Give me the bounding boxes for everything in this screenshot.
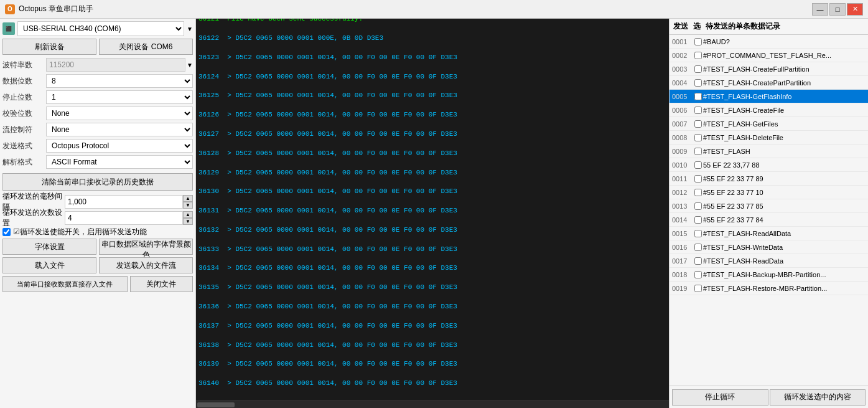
load-file-button[interactable]: 载入文件 [2, 257, 96, 273]
loop-count-down-button[interactable]: ▼ [183, 218, 193, 225]
port-dropdown-icon[interactable]: ▼ [187, 26, 193, 32]
minimize-button[interactable]: — [812, 3, 828, 16]
select-label: 选 [693, 21, 701, 32]
data-bits-select[interactable]: 8 [46, 74, 193, 88]
send-item-text: #PROT_COMMAND_TEST_FLASH_Re... [703, 52, 866, 59]
font-color-row: 字体设置 串口数据区域的字体背景颜色 [2, 239, 193, 255]
send-list-item[interactable]: 0017#TEST_FLASH-ReadData [670, 254, 868, 268]
send-item-text: #TEST_FLASH-CreatePartPartition [703, 79, 866, 87]
loop-interval-up-button[interactable]: ▲ [183, 195, 193, 202]
flow-control-select[interactable]: None [46, 123, 193, 136]
refresh-device-button[interactable]: 刷新设备 [2, 39, 96, 55]
close-device-button[interactable]: 关闭设备 COM6 [99, 39, 193, 55]
send-item-text: #TEST_FLASH-DeleteFile [703, 134, 866, 141]
send-list-item[interactable]: 0007#TEST_FLASH-GetFiles [670, 117, 868, 131]
send-item-checkbox[interactable] [693, 134, 703, 141]
send-item-checkbox[interactable] [693, 93, 703, 100]
send-item-text: #55 EF 22 33 77 10 [703, 189, 866, 196]
send-list-item[interactable]: 0004#TEST_FLASH-CreatePartPartition [670, 76, 868, 90]
maximize-button[interactable]: □ [829, 3, 846, 16]
file-row: 载入文件 发送载入的文件流 [2, 257, 193, 273]
send-list-item[interactable]: 0019#TEST_FLASH-Restore-MBR-Partition... [670, 282, 868, 295]
send-list-item[interactable]: 0002#PROT_COMMAND_TEST_FLASH_Re... [670, 49, 868, 62]
pending-label: 待发送的单条数据记录 [706, 21, 780, 32]
send-item-checkbox[interactable] [693, 120, 703, 128]
send-list-item[interactable]: 0001#BAUD? [670, 35, 868, 49]
send-file-button[interactable]: 发送载入的文件流 [99, 257, 193, 273]
loop-interval-spinner: ▲ ▼ [183, 195, 193, 209]
send-item-number: 0009 [672, 148, 693, 155]
stop-bits-label: 停止位数 [2, 92, 46, 103]
parse-format-select[interactable]: ASCII Format [46, 155, 193, 169]
send-item-text: #TEST_FLASH-GetFiles [703, 120, 866, 128]
loop-enable-checkbox[interactable] [2, 228, 11, 236]
send-item-text: #55 EF 22 33 77 85 [703, 202, 866, 210]
send-item-text: #55 EF 22 33 77 84 [703, 216, 866, 224]
send-item-checkbox[interactable] [693, 52, 703, 59]
send-list-item[interactable]: 0008#TEST_FLASH-DeleteFile [670, 131, 868, 145]
send-list-item[interactable]: 0003#TEST_FLASH-CreateFullPartition [670, 62, 868, 76]
send-item-checkbox[interactable] [693, 216, 703, 224]
send-item-number: 0018 [672, 271, 693, 278]
send-list-item[interactable]: 0009#TEST_FLASH [670, 145, 868, 158]
send-item-checkbox[interactable] [693, 257, 703, 265]
send-format-select[interactable]: Octopus Protocol [46, 139, 193, 153]
loop-interval-input[interactable] [65, 195, 183, 209]
send-item-checkbox[interactable] [693, 230, 703, 237]
send-list-item[interactable]: 0011#55 EF 22 33 77 89 [670, 172, 868, 186]
stop-bits-row: 停止位数 1 [2, 90, 193, 105]
stop-bits-select[interactable]: 1 [46, 90, 193, 104]
send-list-item[interactable]: 0006#TEST_FLASH-CreateFile [670, 103, 868, 117]
parity-select[interactable]: None [46, 107, 193, 120]
send-list-item[interactable]: 0005#TEST_FLASH-GetFlashInfo [670, 90, 868, 103]
send-item-checkbox[interactable] [693, 175, 703, 183]
save-to-file-button[interactable]: 当前串口接收数据直接存入文件 [2, 276, 128, 292]
right-bottom-row: 停止循环 循环发送选中的内容 [670, 386, 868, 408]
send-item-number: 0019 [672, 285, 693, 292]
device-control-row: 刷新设备 关闭设备 COM6 [2, 39, 193, 55]
send-list-item[interactable]: 0016#TEST_FLASH-WriteData [670, 240, 868, 254]
data-bits-row: 数据位数 8 [2, 74, 193, 88]
font-settings-button[interactable]: 字体设置 [2, 239, 96, 255]
send-item-checkbox[interactable] [693, 65, 703, 73]
send-item-checkbox[interactable] [693, 244, 703, 251]
loop-count-up-button[interactable]: ▲ [183, 211, 193, 218]
port-select[interactable]: USB-SERIAL CH340 (COM6) [17, 21, 184, 36]
close-button[interactable]: ✕ [847, 3, 863, 16]
send-item-checkbox[interactable] [693, 79, 703, 87]
send-list-item[interactable]: 0013#55 EF 22 33 77 85 [670, 199, 868, 213]
send-item-checkbox[interactable] [693, 38, 703, 45]
left-panel: ⬛ USB-SERIAL CH340 (COM6) ▼ 刷新设备 关闭设备 CO… [0, 19, 196, 408]
close-file-button[interactable]: 关闭文件 [130, 276, 193, 292]
send-item-checkbox[interactable] [693, 161, 703, 169]
send-format-row: 发送格式 Octopus Protocol [2, 138, 193, 153]
send-selected-button[interactable]: 循环发送选中的内容 [770, 389, 866, 406]
stop-loop-button[interactable]: 停止循环 [672, 389, 768, 406]
loop-interval-down-button[interactable]: ▼ [183, 202, 193, 209]
main-container: ⬛ USB-SERIAL CH340 (COM6) ▼ 刷新设备 关闭设备 CO… [0, 19, 868, 408]
baud-dropdown-icon[interactable]: ▼ [187, 62, 193, 69]
send-item-checkbox[interactable] [693, 148, 703, 155]
send-item-text: #55 EF 22 33 77 89 [703, 175, 866, 183]
send-list-item[interactable]: 0018#TEST_FLASH-Backup-MBR-Partition... [670, 268, 868, 282]
clear-history-button[interactable]: 清除当前串口接收记录的历史数据 [2, 173, 193, 191]
send-item-checkbox[interactable] [693, 285, 703, 292]
send-item-text: #TEST_FLASH [703, 148, 866, 155]
terminal-area[interactable]: 36113 3F FA F4 B9 86 A3 72 20 7F 79 F2 E… [196, 19, 669, 401]
send-item-text: #TEST_FLASH-Restore-MBR-Partition... [703, 285, 866, 292]
send-list-item[interactable]: 0015#TEST_FLASH-ReadAllData [670, 227, 868, 240]
send-list-item[interactable]: 001055 EF 22 33,77 88 [670, 158, 868, 172]
send-item-checkbox[interactable] [693, 189, 703, 196]
send-item-checkbox[interactable] [693, 107, 703, 114]
send-list-item[interactable]: 0012#55 EF 22 33 77 10 [670, 186, 868, 199]
send-item-number: 0002 [672, 52, 693, 59]
send-item-text: #TEST_FLASH-Backup-MBR-Partition... [703, 271, 866, 278]
send-item-checkbox[interactable] [693, 271, 703, 278]
send-item-checkbox[interactable] [693, 202, 703, 210]
send-list-item[interactable]: 0014#55 EF 22 33 77 84 [670, 213, 868, 227]
loop-count-spinner: ▲ ▼ [183, 211, 193, 225]
terminal-horizontal-scrollbar[interactable] [196, 401, 669, 408]
loop-section: 循环发送的毫秒间隔 ▲ ▼ 循环发送的次数设置 ▲ ▼ ☑循环发送使能开关，启用… [2, 194, 193, 239]
bg-color-button[interactable]: 串口数据区域的字体背景颜色 [99, 239, 193, 255]
loop-count-input[interactable] [65, 211, 183, 225]
